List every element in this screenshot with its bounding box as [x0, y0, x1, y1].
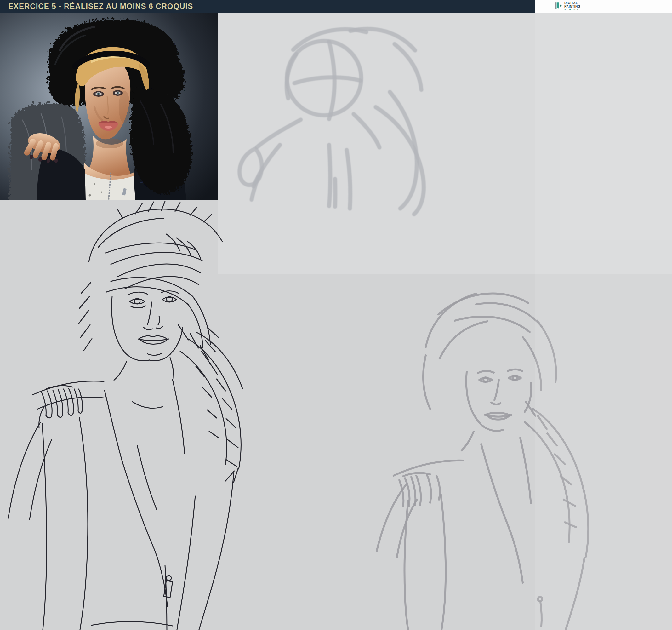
- zipper-pull-lineart: [164, 581, 173, 598]
- exercise-sheet: EXERCICE 5 - RÉALISEZ AU MOINS 6 CROQUIS…: [0, 0, 672, 630]
- refined-sketch: [346, 274, 672, 630]
- hair-refined: [423, 293, 556, 409]
- fur-collar-lineart: [178, 325, 242, 482]
- school-logo-icon: [554, 2, 562, 11]
- lineart-sketch-drawing: [0, 200, 346, 630]
- hair-lineart: [79, 201, 222, 351]
- school-logo: DIGITAL PAINTING SCHOOL: [554, 2, 580, 11]
- reference-photo-image: [0, 13, 218, 200]
- head-construction: [287, 41, 361, 119]
- logo-strip: DIGITAL PAINTING SCHOOL: [535, 0, 672, 13]
- hand-lineart: [8, 381, 104, 519]
- school-logo-text: DIGITAL PAINTING SCHOOL: [564, 2, 580, 11]
- torso-gesture: [329, 145, 351, 209]
- title-bar-dark: EXERCICE 5 - RÉALISEZ AU MOINS 6 CROQUIS: [0, 0, 535, 13]
- reference-photo: [0, 13, 218, 200]
- vest-lineart: [42, 379, 234, 630]
- face-lineart: [112, 291, 183, 361]
- neck-lineart: [114, 357, 174, 408]
- logo-line-painting: PAINTING: [564, 5, 580, 8]
- hair-gesture: [287, 29, 421, 98]
- title-bar: EXERCICE 5 - RÉALISEZ AU MOINS 6 CROQUIS…: [0, 0, 672, 13]
- logo-line-school: SCHOOL: [564, 8, 580, 11]
- exercise-title: EXERCICE 5 - RÉALISEZ AU MOINS 6 CROQUIS: [8, 2, 193, 11]
- refined-sketch-drawing: [346, 274, 672, 630]
- hand-refined: [377, 461, 463, 558]
- fur-collar-refined: [525, 402, 588, 557]
- lineart-sketch: [0, 200, 346, 630]
- arm-hand-gesture: [240, 145, 280, 200]
